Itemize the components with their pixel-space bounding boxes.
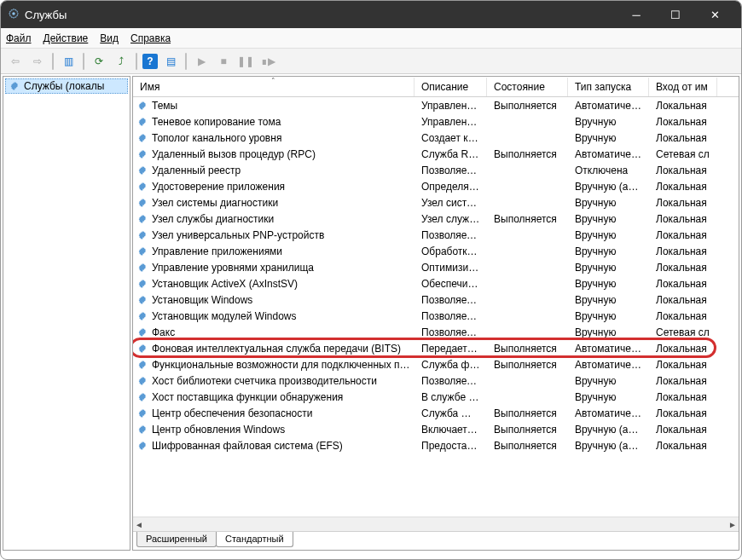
cell-logon: Локальная <box>649 310 717 322</box>
cell-startup: Вручную (ак… <box>568 424 649 436</box>
gear-icon <box>136 375 148 387</box>
service-row[interactable]: Установщик модулей WindowsПозволяет…Вруч… <box>133 308 739 324</box>
properties-button[interactable]: ▤ <box>161 52 180 71</box>
service-row[interactable]: Узел службы диагностикиУзел служб…Выполн… <box>133 211 739 227</box>
service-row[interactable]: Установщик WindowsПозволяет…ВручнуюЛокал… <box>133 292 739 308</box>
services-rows[interactable]: ТемыУправлен…ВыполняетсяАвтоматиче…Локал… <box>133 97 739 517</box>
cell-name: Факс <box>133 326 414 338</box>
column-header-logon[interactable]: Вход от им <box>649 78 717 96</box>
service-row[interactable]: Шифрованная файловая система (EFS)Предос… <box>133 437 739 453</box>
gear-icon <box>136 310 148 322</box>
cell-description: Узел систе… <box>414 197 487 209</box>
horizontal-scrollbar[interactable]: ◄ ► <box>133 517 739 531</box>
cell-description: Узел служб… <box>414 213 487 225</box>
cell-startup: Вручную <box>568 197 649 209</box>
cell-status: Выполняется <box>487 148 568 160</box>
cell-status: Выполняется <box>487 407 568 419</box>
service-row[interactable]: Управление уровнями хранилищаОптимизи…Вр… <box>133 259 739 275</box>
service-row[interactable]: Управление приложениямиОбработк…ВручнуюЛ… <box>133 243 739 259</box>
svg-point-0 <box>12 12 15 15</box>
service-row[interactable]: Центр обеспечения безопасностиСлужба W…В… <box>133 405 739 421</box>
service-row[interactable]: Функциональные возможности для подключен… <box>133 356 739 372</box>
cell-logon: Локальная <box>649 407 717 419</box>
service-row[interactable]: Фоновая интеллектуальная служба передачи… <box>133 340 739 356</box>
gear-icon <box>136 359 148 371</box>
restart-service-button[interactable]: ∎▶ <box>258 52 277 71</box>
gear-icon <box>136 132 148 144</box>
service-name-label: Удаленный реестр <box>152 165 241 176</box>
service-row[interactable]: Узел системы диагностикиУзел систе…Вручн… <box>133 194 739 211</box>
cell-logon: Локальная <box>649 391 717 403</box>
menu-file[interactable]: Файл <box>6 32 32 44</box>
service-name-label: Факс <box>152 326 175 338</box>
service-row[interactable]: ФаксПозволяет…ВручнуюСетевая сл <box>133 324 739 340</box>
cell-name: Управление приложениями <box>133 245 414 257</box>
start-service-button[interactable]: ▶ <box>192 52 211 71</box>
back-button[interactable]: ⇦ <box>6 52 25 71</box>
cell-logon: Локальная <box>649 100 717 112</box>
service-row[interactable]: Центр обновления WindowsВключает …Выполн… <box>133 421 739 437</box>
services-list: Имя˄ОписаниеСостояниеТип запускаВход от … <box>133 77 739 517</box>
service-name-label: Тополог канального уровня <box>152 132 281 144</box>
separator <box>52 53 54 70</box>
service-name-label: Центр обеспечения безопасности <box>152 407 313 419</box>
minimize-button[interactable]: ─ <box>617 1 656 28</box>
service-name-label: Управление приложениями <box>152 245 282 257</box>
gear-icon <box>136 424 148 436</box>
cell-logon: Локальная <box>649 116 717 128</box>
service-row[interactable]: Удостоверение приложенияОпределя…Вручную… <box>133 178 739 194</box>
sort-indicator-icon: ˄ <box>271 78 275 85</box>
cell-description: Служба R… <box>414 148 487 160</box>
scroll-right-icon[interactable]: ► <box>728 520 737 529</box>
separator <box>185 53 187 70</box>
maximize-button[interactable]: ☐ <box>656 1 695 28</box>
view-tabs: Расширенный Стандартный <box>133 531 739 550</box>
tab-standard[interactable]: Стандартный <box>216 532 293 547</box>
menu-view[interactable]: Вид <box>100 32 119 44</box>
stop-service-button[interactable]: ■ <box>214 52 233 71</box>
forward-button[interactable]: ⇨ <box>28 52 47 71</box>
column-header-description[interactable]: Описание <box>414 78 487 96</box>
cell-startup: Вручную <box>568 213 649 225</box>
service-row[interactable]: Узел универсальных PNP-устройствПозволяе… <box>133 227 739 243</box>
cell-name: Темы <box>133 100 414 112</box>
pause-service-button[interactable]: ❚❚ <box>236 52 255 71</box>
gear-icon <box>136 213 148 225</box>
cell-logon: Локальная <box>649 132 717 144</box>
column-header-status[interactable]: Состояние <box>487 78 568 96</box>
cell-status: Выполняется <box>487 424 568 436</box>
cell-name: Установщик модулей Windows <box>133 310 414 322</box>
service-row[interactable]: Удаленный вызов процедур (RPC)Служба R…В… <box>133 146 739 162</box>
export-button[interactable]: ⤴ <box>112 52 130 71</box>
gear-icon <box>9 80 20 92</box>
cell-name: Шифрованная файловая система (EFS) <box>133 440 414 452</box>
cell-status: Выполняется <box>487 440 568 452</box>
service-row[interactable]: Хост библиотеки счетчика производительно… <box>133 372 739 389</box>
column-header-startup[interactable]: Тип запуска <box>568 78 649 96</box>
refresh-button[interactable]: ⟳ <box>90 52 108 71</box>
menu-action[interactable]: Действие <box>43 32 89 44</box>
service-row[interactable]: Тополог канального уровняСоздает ка…Вруч… <box>133 130 739 146</box>
cell-logon: Локальная <box>649 375 717 387</box>
close-button[interactable]: ✕ <box>695 1 734 28</box>
cell-logon: Локальная <box>649 343 717 355</box>
service-row[interactable]: Теневое копирование томаУправлен…Вручную… <box>133 113 739 130</box>
service-row[interactable]: Удаленный реестрПозволяет…ОтключенаЛокал… <box>133 162 739 178</box>
cell-startup: Автоматиче… <box>568 100 649 112</box>
tab-extended[interactable]: Расширенный <box>136 532 217 547</box>
menu-help[interactable]: Справка <box>130 32 171 44</box>
help-button[interactable]: ? <box>142 54 158 69</box>
cell-name: Центр обеспечения безопасности <box>133 407 414 419</box>
service-row[interactable]: Установщик ActiveX (AxInstSV)Обеспечи…Вр… <box>133 275 739 292</box>
service-row[interactable]: Хост поставщика функции обнаруженияВ слу… <box>133 389 739 405</box>
tree-root-services[interactable]: Службы (локалы <box>5 78 128 94</box>
show-hide-tree-button[interactable]: ▥ <box>59 52 78 71</box>
cell-logon: Локальная <box>649 440 717 452</box>
cell-startup: Вручную (ак… <box>568 440 649 452</box>
service-row[interactable]: ТемыУправлен…ВыполняетсяАвтоматиче…Локал… <box>133 97 739 113</box>
cell-description: Создает ка… <box>414 132 487 144</box>
cell-logon: Локальная <box>649 229 717 241</box>
scroll-left-icon[interactable]: ◄ <box>135 520 143 529</box>
column-header-name[interactable]: Имя˄ <box>133 78 414 96</box>
service-name-label: Функциональные возможности для подключен… <box>152 359 410 371</box>
